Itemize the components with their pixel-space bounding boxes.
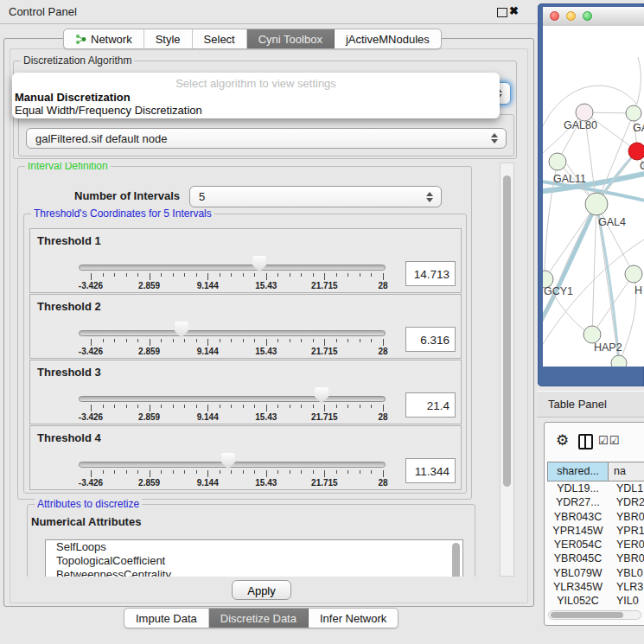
tab-cyni-toolbox[interactable]: Cyni Toolbox (247, 29, 335, 48)
network-node[interactable] (576, 104, 593, 121)
cell-shared-name[interactable]: YER054C (547, 538, 609, 552)
table-row[interactable]: YIL052CYIL0 (547, 594, 644, 608)
cell-name[interactable]: YER0 (609, 538, 644, 552)
table-hscrollbar-thumb[interactable] (551, 612, 623, 618)
tick-label: 15.43 (245, 412, 288, 422)
tick-label: 2.859 (128, 412, 171, 422)
threshold-panel: Threshold 4 -3.4262.8599.14415.4321.7152… (29, 425, 462, 490)
table-data-combobox[interactable]: galFiltered.sif default node (26, 128, 507, 149)
cell-name[interactable]: YDR2 (609, 495, 644, 509)
threshold-value-field[interactable]: 11.344 (405, 458, 456, 483)
cell-shared-name[interactable]: YPR145W (547, 524, 609, 538)
tick-mark (348, 339, 348, 342)
tick-mark (360, 273, 360, 277)
interval-definition-group: Interval Definition Number of Intervals … (17, 166, 472, 500)
tick-mark (313, 405, 314, 408)
network-node[interactable] (549, 153, 566, 170)
network-node[interactable] (611, 355, 627, 367)
close-icon[interactable]: ✖ (509, 4, 519, 17)
zoom-traffic-light-icon[interactable] (583, 11, 592, 21)
slider-track[interactable] (79, 396, 386, 402)
cell-shared-name[interactable]: YBR045C (547, 552, 609, 565)
cell-name[interactable]: YIL0 (609, 594, 639, 608)
tick-label: 15.43 (245, 281, 288, 290)
column-header-shared-name[interactable]: shared... (547, 462, 609, 481)
tick-mark (254, 339, 255, 342)
table-row[interactable]: YBR043CYBR0 (547, 510, 644, 524)
menu-item-equal-width-frequency[interactable]: Equal Width/Frequency Discretization (15, 104, 202, 117)
slider-track[interactable] (79, 265, 386, 271)
table-row[interactable]: YBR045CYBR0 (547, 552, 644, 565)
attribute-item[interactable]: BetweennessCentrality (46, 568, 462, 577)
tick-mark (336, 470, 337, 474)
minimize-traffic-light-icon[interactable] (566, 11, 576, 21)
number-of-intervals-combobox[interactable]: 5 (189, 186, 442, 207)
threshold-value-field[interactable]: 14.713 (405, 261, 456, 286)
gear-icon[interactable]: ⚙ (556, 431, 569, 450)
close-traffic-light-icon[interactable] (550, 11, 559, 21)
tab-style[interactable]: Style (144, 29, 193, 48)
tick-mark (290, 470, 290, 474)
network-node[interactable] (625, 265, 642, 283)
table-row[interactable]: YDL19...YDL1 (547, 481, 644, 495)
cell-name[interactable]: YDL1 (609, 481, 643, 495)
table-row[interactable]: YER054CYER0 (547, 538, 644, 552)
attribute-item[interactable]: SelfLoops (46, 540, 462, 554)
select-columns-icon[interactable]: ☑☑ (598, 434, 620, 447)
slider-track[interactable] (79, 330, 386, 336)
cell-name[interactable]: YBR0 (609, 552, 644, 565)
tick-mark (371, 273, 372, 277)
cell-shared-name[interactable]: YBL079W (547, 566, 609, 580)
table-hscrollbar[interactable] (548, 610, 641, 620)
tick-mark (348, 405, 348, 408)
list-scrollbar[interactable] (452, 543, 460, 577)
tab-select[interactable]: Select (193, 29, 247, 48)
tab-discretize-data[interactable]: Discretize Data (209, 609, 309, 628)
network-node[interactable] (626, 105, 641, 121)
cell-shared-name[interactable]: YIL052C (547, 594, 609, 608)
network-node[interactable] (585, 193, 608, 215)
control-panel-title: Control Panel (9, 5, 77, 18)
cell-name[interactable]: YBR0 (609, 510, 644, 524)
node-label: GA (633, 122, 644, 134)
float-window-icon[interactable] (497, 8, 507, 17)
threshold-value-field[interactable]: 21.4 (405, 392, 456, 418)
settings-scrollbar[interactable] (500, 163, 514, 577)
tick-mark (313, 470, 314, 474)
menu-item-manual-discretization[interactable]: Manual Discretization (15, 91, 131, 104)
threshold-value-field[interactable]: 6.316 (405, 327, 456, 352)
table-row[interactable]: YDR27...YDR2 (547, 495, 644, 509)
cell-shared-name[interactable]: YLR345W (547, 580, 609, 594)
numerical-attributes-list[interactable]: SelfLoopsTopologicalCoefficientBetweenne… (45, 539, 463, 577)
tab-jactivemnodules[interactable]: jActiveMNodules (335, 29, 441, 48)
column-split-icon[interactable] (578, 434, 593, 450)
table-rows: YDL19...YDL1YDR27...YDR2YBR043CYBR0YPR14… (547, 481, 644, 609)
attribute-item[interactable]: TopologicalCoefficient (46, 554, 462, 568)
cell-name[interactable]: YLR3 (609, 580, 643, 594)
apply-button[interactable]: Apply (232, 580, 291, 600)
tick-label: 28 (361, 478, 405, 488)
tick-mark (150, 405, 150, 411)
network-canvas[interactable]: GAL80 GA C GAL11 GAL4 GCY1 H HAP2 (543, 26, 644, 367)
table-row[interactable]: YBL079WYBL0 (547, 566, 644, 580)
tick-mark (91, 470, 92, 477)
cell-shared-name[interactable]: YBR043C (547, 510, 609, 524)
cell-name[interactable]: YBL0 (609, 566, 643, 580)
tab-network-label: Network (91, 33, 132, 46)
column-header-name[interactable]: na (609, 462, 644, 481)
tab-network[interactable]: Network (64, 29, 144, 48)
network-node[interactable] (583, 326, 601, 343)
settings-scrollbar-thumb[interactable] (503, 175, 511, 487)
tab-impute-data[interactable]: Impute Data (124, 609, 209, 628)
cell-name[interactable]: YPR1 (609, 524, 644, 538)
table-row[interactable]: YLR345WYLR3 (547, 580, 644, 594)
tab-infer-network[interactable]: Infer Network (309, 609, 398, 628)
network-node[interactable] (628, 143, 644, 160)
table-header-row: shared... na (547, 462, 644, 481)
cell-shared-name[interactable]: YDR27... (547, 495, 609, 509)
table-row[interactable]: YPR145WYPR1 (547, 524, 644, 538)
cell-shared-name[interactable]: YDL19... (547, 481, 609, 495)
settings-viewport: Interval Definition Number of Intervals … (14, 163, 500, 577)
network-window-titlebar[interactable] (543, 7, 644, 27)
table-panel-title: Table Panel (548, 398, 607, 411)
